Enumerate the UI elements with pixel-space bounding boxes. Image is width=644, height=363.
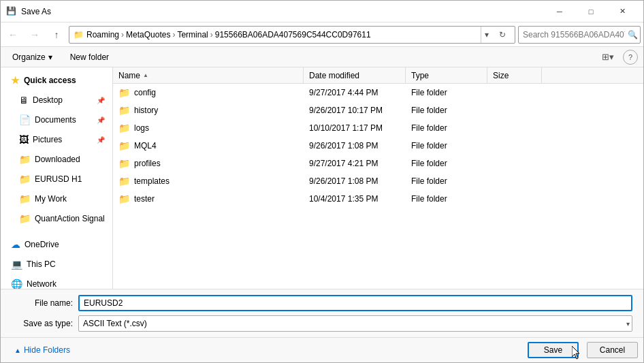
breadcrumb-roaming[interactable]: Roaming [86,30,119,40]
organize-label: Organize [12,52,46,62]
close-button[interactable]: ✕ [607,1,638,22]
sidebar: ★ Quick access 🖥 Desktop 📌 📄 Documents 📌… [1,67,113,289]
savetype-wrapper: ASCII Text (*.csv) CSV (*.csv) Text (*.t… [78,315,632,332]
my-work-icon: 📁 [19,193,31,204]
dialog-title: Save As [21,7,544,16]
pin-icon-docs: 📌 [97,116,105,124]
organize-button[interactable]: Organize ▾ [6,49,59,65]
forward-button[interactable]: → [25,25,44,44]
sidebar-item-pictures[interactable]: 🖼 Pictures 📌 [2,130,111,149]
documents-icon: 📄 [19,114,31,125]
column-name-header[interactable]: Name ▲ [113,67,304,83]
sidebar-item-this-pc[interactable]: 💻 This PC [2,255,111,274]
column-type-header[interactable]: Type [406,67,487,83]
up-button[interactable]: ↑ [47,25,66,44]
filename-input[interactable] [78,295,632,311]
search-input[interactable] [523,30,625,40]
table-row[interactable]: 📁 tester 10/4/2017 1:35 PM File folder [113,190,643,208]
save-as-dialog: 💾 Save As ─ □ ✕ ← → ↑ 📁 Roaming › MetaQu… [0,0,644,363]
folder-icon: 📁 [118,123,130,133]
pictures-icon: 🖼 [19,134,29,145]
sidebar-item-documents[interactable]: 📄 Documents 📌 [2,110,111,129]
folder-icon: 📁 [118,158,130,169]
main-content: ★ Quick access 🖥 Desktop 📌 📄 Documents 📌… [1,67,643,289]
sidebar-item-network[interactable]: 🌐 Network [2,274,111,289]
secondary-toolbar: Organize ▾ New folder ⊞▾ ? [1,47,643,67]
table-row[interactable]: 📁 templates 9/26/2017 1:08 PM File folde… [113,172,643,190]
breadcrumb-metaquotes[interactable]: MetaQuotes [126,30,170,40]
pin-icon-pics: 📌 [97,136,105,144]
sidebar-item-quick-access[interactable]: ★ Quick access [2,71,111,90]
address-bar: 📁 Roaming › MetaQuotes › Terminal › 9155… [69,26,515,44]
bottom-area: File name: Save as type: ASCII Text (*.c… [1,289,643,337]
savetype-label: Save as type: [12,319,73,328]
savetype-row: Save as type: ASCII Text (*.csv) CSV (*.… [12,315,632,332]
sidebar-item-my-work[interactable]: 📁 My Work [2,189,111,208]
sort-arrow: ▲ [143,72,148,78]
sidebar-item-quantaction[interactable]: 📁 QuantAction Signal [2,209,111,228]
hide-folders-bar[interactable]: ▲ Hide Folders [6,341,78,360]
maximize-button[interactable]: □ [575,1,607,22]
table-row[interactable]: 📁 history 9/26/2017 10:17 PM File folder [113,101,643,119]
table-row[interactable]: 📁 config 9/27/2017 4:44 PM File folder [113,84,643,101]
folder-icon: 📁 [118,105,130,116]
file-list: Name ▲ Date modified Type Size 📁 config … [113,67,643,289]
address-dropdown-button[interactable]: ▾ [481,27,492,43]
quick-access-icon: ★ [11,75,20,86]
file-rows-container: 📁 config 9/27/2017 4:44 PM File folder 📁… [113,84,643,208]
view-button[interactable]: ⊞▾ [598,49,617,65]
eurusd-icon: 📁 [19,174,31,185]
network-icon: 🌐 [11,279,22,289]
chevron-up-icon: ▲ [14,347,21,354]
desktop-icon: 🖥 [19,95,29,106]
minimize-button[interactable]: ─ [544,1,575,22]
cancel-button[interactable]: Cancel [587,342,638,358]
back-button[interactable]: ← [3,25,22,44]
save-button[interactable]: Save [528,342,579,358]
folder-icon: 📁 [118,193,130,204]
savetype-select[interactable]: ASCII Text (*.csv) CSV (*.csv) Text (*.t… [78,315,632,332]
toolbar-right: ⊞▾ ? [598,49,638,65]
help-button[interactable]: ? [623,50,638,65]
sidebar-item-downloaded[interactable]: 📁 Downloaded [2,150,111,169]
table-row[interactable]: 📁 MQL4 9/26/2017 1:08 PM File folder [113,137,643,155]
title-bar: 💾 Save As ─ □ ✕ [1,1,643,22]
table-row[interactable]: 📁 profiles 9/27/2017 4:21 PM File folder [113,155,643,172]
new-folder-button[interactable]: New folder [64,49,115,65]
onedrive-icon: ☁ [11,239,20,250]
sidebar-item-eurusd[interactable]: 📁 EURUSD H1 [2,170,111,189]
organize-chevron-icon: ▾ [48,52,52,62]
sidebar-item-onedrive[interactable]: ☁ OneDrive [2,235,111,254]
filename-row: File name: [12,295,632,311]
breadcrumb-terminal[interactable]: Terminal [177,30,208,40]
folder-icon: 📁 [118,87,130,98]
refresh-button[interactable]: ↻ [494,27,511,43]
window-controls: ─ □ ✕ [544,1,638,22]
folder-icon-small: 📁 [74,30,84,40]
downloaded-icon: 📁 [19,154,31,165]
folder-icon: 📁 [118,176,130,187]
search-box: 🔍 [518,26,641,44]
folder-icon: 📁 [118,140,130,151]
this-pc-icon: 💻 [11,259,22,270]
hide-folders-label: Hide Folders [24,345,70,355]
sidebar-item-desktop[interactable]: 🖥 Desktop 📌 [2,91,111,110]
column-date-header[interactable]: Date modified [304,67,406,83]
pin-icon: 📌 [97,97,105,104]
breadcrumb: Roaming › MetaQuotes › Terminal › 915566… [86,30,478,40]
footer: ▲ Hide Folders Save Cancel [1,337,643,362]
breadcrumb-hash[interactable]: 915566BA06ADA407569C544CC0D97611 [215,30,371,40]
dialog-icon: 💾 [6,6,17,17]
table-row[interactable]: 📁 logs 10/10/2017 1:17 PM File folder [113,119,643,137]
quantaction-icon: 📁 [19,213,31,224]
navigation-toolbar: ← → ↑ 📁 Roaming › MetaQuotes › Terminal … [1,22,643,47]
filename-label: File name: [12,298,73,308]
column-size-header[interactable]: Size [487,67,542,83]
search-icon: 🔍 [628,30,638,40]
file-list-header: Name ▲ Date modified Type Size [113,67,643,84]
action-buttons: Save Cancel [524,342,638,358]
